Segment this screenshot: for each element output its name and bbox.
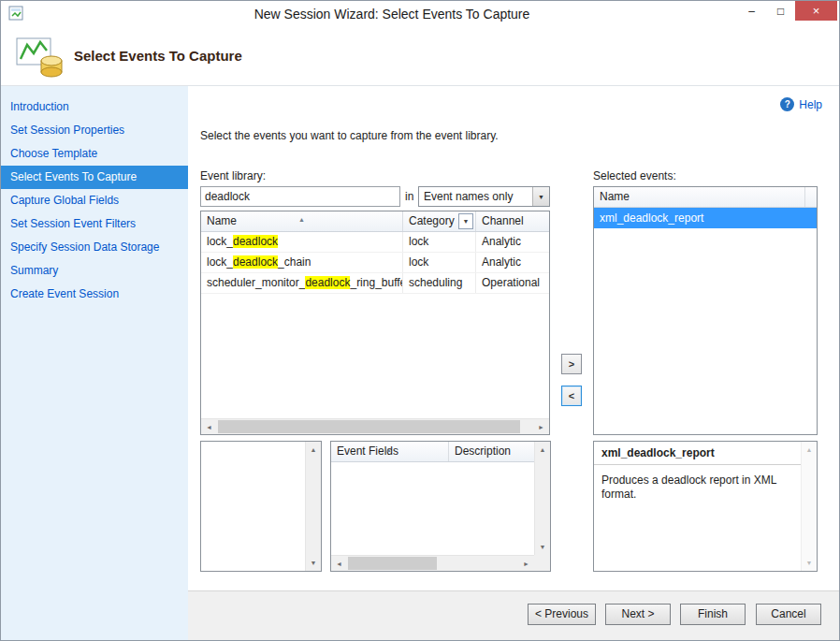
sort-asc-icon: ▲ [385,441,392,459]
next-button[interactable]: Next > [605,604,671,625]
wizard-steps-sidebar: Introduction Set Session Properties Choo… [1,86,188,640]
sidebar-item-set-session-properties[interactable]: Set Session Properties [1,119,188,142]
sidebar-item-capture-global-fields[interactable]: Capture Global Fields [1,189,188,212]
wizard-window: New Session Wizard: Select Events To Cap… [0,0,840,641]
scrollbar-track[interactable] [217,419,533,434]
sidebar-item-summary[interactable]: Summary [1,259,188,283]
event-channel-cell: Analytic [476,232,549,252]
category-filter-dropdown-icon[interactable]: ▼ [458,213,473,229]
in-label: in [405,190,413,203]
event-name-cell: lock_deadlock [201,232,403,252]
event-library-label: Event library: [200,169,266,182]
sidebar-item-introduction[interactable]: Introduction [1,95,188,119]
sidebar-item-choose-template[interactable]: Choose Template [1,142,188,166]
window-controls: – □ × [737,1,837,21]
event-search-input[interactable] [200,186,400,207]
event-category-cell: lock [403,232,476,252]
title-bar[interactable]: New Session Wizard: Select Events To Cap… [1,1,839,27]
scroll-right-icon[interactable]: ► [518,556,534,571]
vertical-scrollbar[interactable]: ▲ ▼ [305,442,321,571]
column-separator [804,187,805,207]
event-name-cell: scheduler_monitor_deadlock_ring_buffer_r… [201,273,403,293]
table-row[interactable]: lock_deadlock lock Analytic [201,232,549,253]
scroll-up-icon[interactable]: ▲ [802,442,817,458]
finish-button[interactable]: Finish [680,604,746,625]
scroll-up-icon[interactable]: ▲ [306,442,321,458]
event-description-panel: xml_deadlock_report Produces a deadlock … [593,441,818,572]
scrollbar-thumb[interactable] [348,557,437,570]
cancel-button[interactable]: Cancel [756,604,821,625]
scroll-left-icon[interactable]: ◄ [201,419,217,434]
event-fields-table: Event Fields ▲ Description ▲ ▼ ◄ ► [330,441,551,572]
event-fields-header: Event Fields ▲ Description [331,442,534,462]
app-icon [8,6,24,22]
table-row[interactable]: scheduler_monitor_deadlock_ring_buffer_r… [201,273,549,294]
column-header-event-fields[interactable]: Event Fields ▲ [331,442,449,461]
divider [594,464,817,465]
events-wizard-icon [16,36,65,79]
selected-event-row[interactable]: xml_deadlock_report [594,208,817,228]
scrollbar-track[interactable] [347,556,518,571]
scroll-down-icon[interactable]: ▼ [802,555,817,571]
sidebar-item-session-data-storage[interactable]: Specify Session Data Storage [1,236,188,259]
event-detail-list[interactable]: ▲ ▼ [200,441,322,572]
column-header-category[interactable]: Category ▼ [403,211,476,231]
selected-events-header[interactable]: Name [594,187,817,208]
search-match-highlight: deadlock [233,255,278,269]
table-row[interactable]: lock_deadlock_chain lock Analytic [201,253,549,273]
search-match-highlight: deadlock [233,235,278,248]
minimize-button[interactable]: – [737,1,766,21]
event-library-table-header: Name ▲ Category ▼ Channel [201,211,549,232]
scroll-right-icon[interactable]: ► [533,419,549,434]
sidebar-item-select-events[interactable]: Select Events To Capture [1,166,188,189]
event-library-rows: lock_deadlock lock Analytic lock_deadloc… [201,232,549,418]
chevron-down-icon[interactable]: ▼ [532,187,549,206]
help-link[interactable]: ? Help [780,97,822,111]
selected-events-label: Selected events: [593,169,676,182]
search-scope-dropdown[interactable]: Event names only ▼ [418,186,550,207]
scroll-up-icon[interactable]: ▲ [535,442,550,458]
event-name-cell: lock_deadlock_chain [201,253,403,272]
column-header-channel[interactable]: Channel [476,211,549,231]
event-description-text: Produces a deadlock report in XML format… [594,470,800,505]
search-match-highlight: deadlock [305,276,350,289]
vertical-scrollbar[interactable]: ▲ ▼ [801,442,817,571]
scrollbar-corner [534,555,550,571]
search-scope-value: Event names only [424,190,513,203]
help-icon: ? [780,97,794,111]
help-label: Help [799,98,822,111]
wizard-header: Select Events To Capture [1,27,839,86]
column-header-name[interactable]: Name ▲ [201,211,403,231]
event-category-cell: lock [403,253,476,272]
scroll-left-icon[interactable]: ◄ [331,556,347,571]
previous-button[interactable]: < Previous [528,604,596,625]
page-title: Select Events To Capture [74,48,242,64]
horizontal-scrollbar[interactable]: ◄ ► [331,555,534,571]
selected-events-table: Name xml_deadlock_report [593,186,818,435]
column-header-description[interactable]: Description [449,442,534,461]
sidebar-item-session-event-filters[interactable]: Set Session Event Filters [1,212,188,236]
sidebar-item-create-event-session[interactable]: Create Event Session [1,283,188,306]
event-library-table: Name ▲ Category ▼ Channel lock_deadlock … [200,211,550,435]
event-category-cell: scheduling [403,273,476,293]
add-event-button[interactable]: > [561,354,582,374]
scrollbar-thumb[interactable] [218,420,520,433]
scroll-down-icon[interactable]: ▼ [306,555,321,571]
vertical-scrollbar[interactable]: ▲ ▼ [534,442,550,555]
wizard-footer: < Previous Next > Finish Cancel [188,590,839,640]
maximize-button[interactable]: □ [766,1,795,21]
scroll-down-icon[interactable]: ▼ [535,539,550,555]
main-content: ? Help Select the events you want to cap… [188,86,839,592]
window-title: New Session Wizard: Select Events To Cap… [57,7,727,22]
sort-asc-icon: ▲ [298,211,305,229]
event-channel-cell: Operational [476,273,549,293]
remove-event-button[interactable]: < [561,386,582,406]
event-channel-cell: Analytic [476,253,549,272]
horizontal-scrollbar[interactable]: ◄ ► [201,418,549,434]
instruction-text: Select the events you want to capture fr… [200,129,499,142]
event-description-title: xml_deadlock_report [594,442,817,463]
close-button[interactable]: × [795,1,837,21]
